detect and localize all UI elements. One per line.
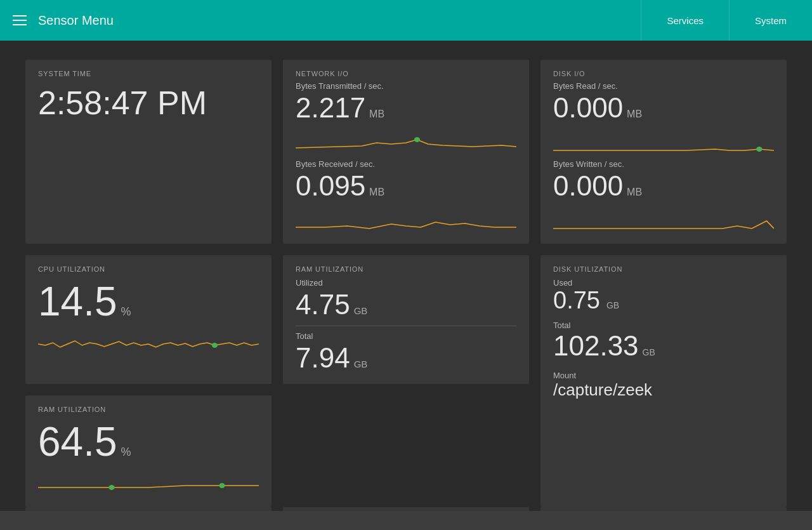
tx-label: Bytes Transmitted / sec. bbox=[296, 81, 516, 91]
hamburger-menu[interactable] bbox=[13, 15, 27, 25]
disk-write-value: 0.000 bbox=[553, 170, 623, 202]
header-nav: Services System bbox=[641, 0, 812, 41]
ram-utilized-label: Utilized bbox=[296, 278, 516, 288]
tx-sparkline bbox=[296, 130, 516, 156]
ram-total-unit: GB bbox=[354, 359, 368, 369]
system-time-value: 2:58:47 PM bbox=[38, 84, 259, 122]
nav-services[interactable]: Services bbox=[641, 0, 729, 41]
main-content: SYSTEM TIME 2:58:47 PM NETWORK I/O Bytes… bbox=[0, 41, 812, 530]
ram-large-label: RAM UTILIZATION bbox=[296, 265, 516, 273]
disk-write-sparkline bbox=[553, 208, 774, 234]
ram-total-value: 7.94 bbox=[296, 342, 350, 374]
disk-read-unit: MB bbox=[627, 109, 642, 120]
card-disk-io: DISK I/O Bytes Read / sec. 0.000 MB Byte… bbox=[540, 60, 787, 244]
disk-io-label: DISK I/O bbox=[553, 70, 774, 77]
svg-point-3 bbox=[108, 485, 114, 490]
svg-point-0 bbox=[414, 137, 420, 142]
ram-small-value: 64.5 bbox=[38, 418, 117, 465]
tx-unit: MB bbox=[369, 109, 384, 120]
disk-total-unit: GB bbox=[643, 347, 655, 357]
cpu-unit: % bbox=[121, 305, 131, 319]
card-ram-small: RAM UTILIZATION 64.5 % bbox=[25, 395, 272, 507]
ram-sparkline bbox=[38, 472, 259, 497]
card-system-time: SYSTEM TIME 2:58:47 PM bbox=[25, 60, 272, 244]
ram-total-label: Total bbox=[296, 331, 516, 341]
card-network-io: NETWORK I/O Bytes Transmitted / sec. 2.2… bbox=[283, 60, 529, 244]
cpu-sparkline bbox=[38, 331, 259, 357]
cpu-label: CPU UTILIZATION bbox=[38, 265, 259, 273]
disk-write-label: Bytes Written / sec. bbox=[553, 159, 774, 169]
header: Sensor Menu Services System bbox=[0, 0, 812, 41]
app-title: Sensor Menu bbox=[38, 13, 114, 28]
rx-label: Bytes Received / sec. bbox=[296, 159, 516, 169]
card-cpu: CPU UTILIZATION 14.5 % bbox=[25, 255, 272, 384]
svg-point-4 bbox=[219, 483, 225, 488]
svg-point-1 bbox=[756, 147, 762, 152]
dashboard-grid: SYSTEM TIME 2:58:47 PM NETWORK I/O Bytes… bbox=[25, 60, 787, 507]
tx-value: 2.217 bbox=[296, 92, 365, 124]
disk-read-value: 0.000 bbox=[553, 92, 623, 124]
svg-point-2 bbox=[212, 343, 218, 348]
disk-write-unit: MB bbox=[627, 187, 642, 198]
disk-total-value: 102.33 bbox=[553, 330, 639, 362]
nav-system[interactable]: System bbox=[729, 0, 812, 41]
card-ram-large: RAM UTILIZATION Utilized 4.75 GB Total 7… bbox=[283, 255, 529, 384]
disk-used-value: 0.75 bbox=[553, 288, 600, 314]
network-io-label: NETWORK I/O bbox=[296, 70, 516, 77]
ram-utilized-unit: GB bbox=[354, 305, 368, 316]
rx-sparkline bbox=[296, 208, 516, 234]
disk-read-label: Bytes Read / sec. bbox=[553, 81, 774, 91]
footer-bar bbox=[0, 511, 812, 530]
ram-utilized-value: 4.75 bbox=[296, 289, 350, 321]
disk-used-unit: GB bbox=[606, 300, 619, 310]
disk-read-sparkline bbox=[553, 130, 774, 156]
mount-value: /capture/zeek bbox=[553, 380, 774, 400]
ram-small-label: RAM UTILIZATION bbox=[38, 406, 259, 413]
rx-value: 0.095 bbox=[296, 170, 365, 202]
cpu-value: 14.5 bbox=[38, 278, 117, 325]
mount-label: Mount bbox=[553, 371, 774, 380]
disk-util-label: DISK UTILIZATION bbox=[553, 265, 774, 273]
system-time-label: SYSTEM TIME bbox=[38, 70, 259, 77]
card-disk-util: DISK UTILIZATION Used 0.75 GB Total 102.… bbox=[540, 255, 787, 507]
disk-used-label: Used bbox=[553, 278, 774, 288]
rx-unit: MB bbox=[369, 187, 384, 198]
disk-total-label: Total bbox=[553, 321, 774, 330]
ram-small-unit: % bbox=[121, 446, 131, 459]
